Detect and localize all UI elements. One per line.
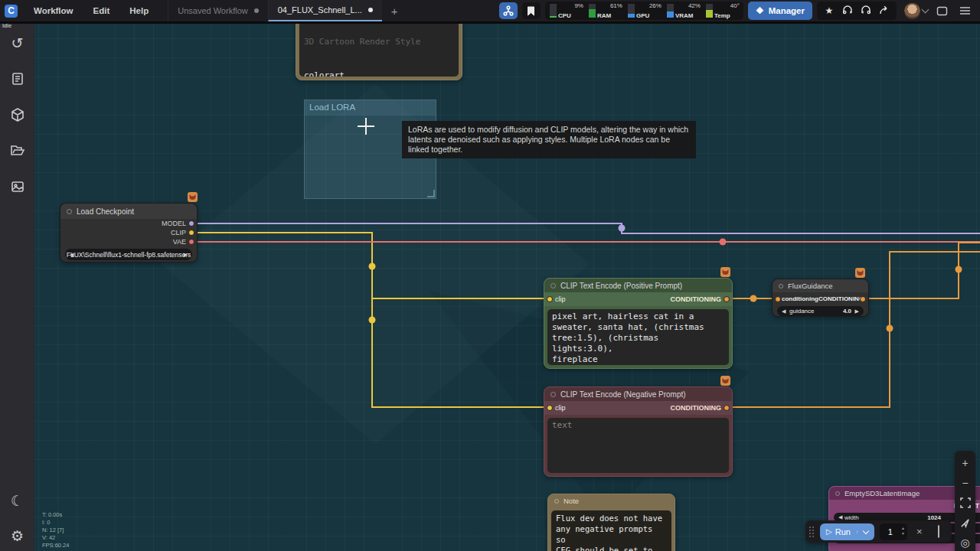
output-dot-conditioning[interactable] [724, 405, 730, 411]
negative-prompt-textarea[interactable]: text [547, 418, 729, 473]
node-title-bar[interactable]: Load Checkpoint [60, 204, 197, 219]
fit-view-button[interactable] [958, 495, 973, 510]
vram-label: VRAM [675, 12, 694, 19]
node-title-bar[interactable]: Note [548, 494, 675, 507]
sidebar-item-gallery[interactable] [8, 179, 27, 197]
headphones-alt-icon[interactable] [858, 5, 874, 17]
toggle-links-button[interactable]: ◎ [958, 535, 973, 550]
output-dot-vae[interactable] [188, 239, 194, 245]
stat-i: I: 0 [42, 519, 69, 527]
top-note-textarea[interactable]: 3D Cartoon Render Style colorart pixel a… [299, 23, 459, 77]
stat-v: V: 42 [42, 534, 69, 542]
sidebar-item-workflows[interactable] [8, 143, 27, 161]
graph-world[interactable]: 3D Cartoon Render Style colorart pixel a… [34, 23, 980, 551]
node-title: Note [564, 497, 579, 505]
crosshair-cursor [358, 118, 374, 135]
stop-button[interactable] [932, 526, 946, 537]
star-icon[interactable]: ★ [822, 5, 837, 16]
node-title-bar[interactable]: CLIP Text Encode (Positive Prompt) [544, 279, 732, 292]
bookmark-icon [527, 6, 535, 16]
toolbar-drag-handle[interactable] [808, 526, 815, 538]
menu-workflow[interactable]: Workflow [24, 6, 83, 15]
top-menubar: C Workflow Edit Help Unsaved Workflow 04… [0, 0, 980, 21]
run-button[interactable]: ▷ Run [820, 523, 874, 540]
input-label-clip: clip [555, 404, 566, 412]
graph-view-button[interactable] [499, 2, 518, 19]
output-label-model: MODEL [162, 220, 186, 227]
hamburger-menu-button[interactable] [956, 2, 974, 19]
input-dot-clip[interactable] [547, 296, 553, 302]
temp-meter: Temp 40° [703, 2, 742, 20]
guidance-widget[interactable]: ◀ guidance 4.0 ▶ [777, 306, 864, 316]
tab-unsaved-workflow[interactable]: Unsaved Workflow [168, 0, 268, 21]
widget-prev-arrow[interactable]: ◀ [70, 251, 74, 257]
note-textarea[interactable]: Flux dev does not have any negative prom… [551, 510, 671, 551]
node-load-checkpoint[interactable]: Load Checkpoint MODEL CLIP VAE ◀ FLUX\Sc… [60, 203, 198, 262]
panel-toggle-button[interactable] [933, 2, 951, 19]
node-badge-icon [720, 267, 730, 277]
run-options-chevron-icon[interactable] [857, 530, 874, 533]
select-mode-button[interactable] [958, 515, 973, 530]
run-toolbar[interactable]: ▷ Run 1 ▲▼ × [805, 520, 952, 543]
tab-label: Unsaved Workflow [178, 6, 248, 15]
input-dot-conditioning[interactable] [775, 296, 781, 302]
manager-button[interactable]: ❖ Manager [748, 2, 812, 20]
output-dot-conditioning[interactable] [860, 296, 866, 302]
sidebar-item-node-library[interactable] [8, 71, 27, 90]
sidebar-item-queue-history[interactable]: ↺ [8, 35, 27, 54]
theme-toggle-button[interactable]: ☾ [8, 493, 27, 511]
node-title-bar[interactable]: FluxGuidance [773, 279, 868, 292]
node-flux-guidance[interactable]: FluxGuidance conditioning CONDITIONING ◀… [772, 279, 869, 317]
cpu-label: CPU [558, 12, 571, 19]
ckpt-name-widget[interactable]: ◀ FLUX\Schnell\flux1-schnell-fp8.safeten… [65, 249, 192, 260]
output-dot-clip[interactable] [188, 230, 194, 236]
settings-button[interactable]: ⚙ [8, 528, 27, 546]
node-canvas[interactable]: 3D Cartoon Render Style colorart pixel a… [34, 23, 980, 551]
bookmark-button[interactable] [522, 2, 541, 19]
menu-edit[interactable]: Edit [83, 6, 120, 15]
sidebar-item-model-library[interactable] [8, 107, 27, 126]
zoom-out-button[interactable]: − [958, 475, 973, 491]
node-clip-negative[interactable]: CLIP Text Encode (Negative Prompt) clip … [544, 386, 733, 477]
widget-prev-arrow[interactable]: ◀ [782, 308, 786, 314]
widget-next-arrow[interactable]: ▶ [855, 308, 859, 314]
tab-label: 04_FLUX_Schnell_L... [278, 5, 362, 15]
stat-fps: FPS:60.24 [42, 542, 69, 549]
cancel-run-button[interactable]: × [913, 526, 926, 537]
node-clip-positive[interactable]: CLIP Text Encode (Positive Prompt) clip … [544, 278, 733, 369]
user-avatar[interactable] [904, 3, 920, 19]
user-menu[interactable] [904, 3, 928, 19]
menubar-divider [0, 21, 980, 24]
share-icon[interactable] [877, 5, 892, 17]
positive-prompt-textarea[interactable]: pixel art, hairless cat in a sweater, sa… [547, 309, 729, 365]
widget-prev-arrow[interactable]: ◀ [838, 514, 842, 520]
zoom-in-button[interactable]: + [958, 455, 973, 471]
node-status-dot [835, 491, 840, 496]
comfyui-logo[interactable]: C [5, 5, 18, 18]
headphones-icon[interactable] [840, 5, 855, 17]
left-sidebar: Idle ↺ ☾ ⚙ [0, 21, 34, 551]
node-note[interactable]: Note Flux dev does not have any negative… [547, 494, 675, 551]
view-controls[interactable]: + − ◎ [955, 451, 975, 551]
manager-label: Manager [769, 6, 805, 15]
node-title-bar[interactable]: CLIP Text Encode (Negative Prompt) [544, 387, 732, 401]
tab-flux-schnell[interactable]: 04_FLUX_Schnell_L... [268, 0, 382, 21]
node-title: Load Checkpoint [77, 207, 134, 216]
node-title: CLIP Text Encode (Positive Prompt) [560, 282, 682, 290]
unsaved-dot-icon [254, 8, 259, 13]
output-dot-model[interactable] [188, 220, 194, 227]
image-icon [10, 179, 25, 194]
node-top-note[interactable]: 3D Cartoon Render Style colorart pixel a… [296, 23, 462, 80]
batch-count-input[interactable]: 1 ▲▼ [880, 523, 907, 540]
count-spinner[interactable]: ▲▼ [901, 526, 905, 536]
output-dot-conditioning[interactable] [724, 296, 730, 302]
input-dot-clip[interactable] [547, 405, 553, 411]
menu-help[interactable]: Help [119, 6, 158, 15]
run-label: Run [835, 527, 857, 536]
cursor-icon [960, 518, 970, 528]
widget-next-arrow[interactable]: ▶ [184, 251, 188, 257]
new-tab-button[interactable]: + [382, 0, 407, 21]
node-status-dot [779, 284, 783, 289]
batch-count-value: 1 [888, 527, 893, 536]
fit-view-icon [960, 497, 971, 508]
